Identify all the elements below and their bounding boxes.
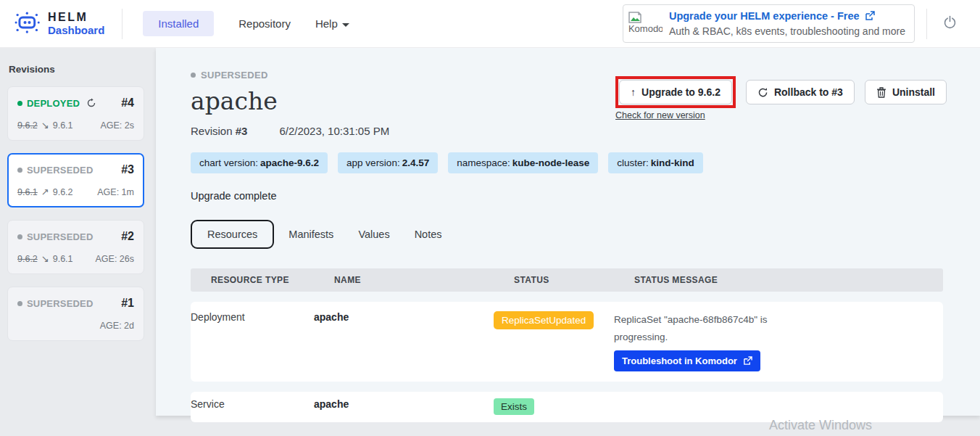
table-row: Deployment apache ReplicaSetUpdated Repl… — [191, 302, 943, 382]
tab-notes[interactable]: Notes — [415, 221, 442, 247]
activate-windows-watermark: Activate Windows — [769, 418, 872, 433]
chart-version-badge: chart version:apache-9.6.2 — [191, 152, 328, 173]
status-badge: Exists — [494, 398, 534, 415]
revision-number: #3 — [121, 163, 134, 176]
version-down-arrow-icon: ↘ — [41, 120, 49, 131]
logo-title: HELM — [48, 11, 104, 24]
status-dot — [17, 168, 22, 173]
revision-age: AGE: 2s — [100, 120, 134, 131]
status-dot — [191, 73, 196, 78]
banner-subtitle: Auth & RBAC, k8s events, troubleshooting… — [669, 24, 905, 38]
logo-subtitle: Dashboard — [48, 24, 104, 36]
revisions-sidebar: Revisions DEPLOYED #4 9.6.2 ↘ 9.6.1 AGE:… — [0, 48, 156, 436]
header-divider — [122, 9, 122, 39]
revision-card-2[interactable]: SUPERSEDED #2 9.6.2 ↘ 9.6.1 AGE: 26s — [7, 220, 144, 274]
revision-status: SUPERSEDED — [27, 231, 94, 242]
revision-number: #3 — [236, 125, 248, 137]
status-message: ReplicaSet "apache-68fb867c4b" is progre… — [614, 311, 772, 345]
nav-help[interactable]: Help — [315, 17, 349, 30]
revision-card-4[interactable]: DEPLOYED #4 9.6.2 ↘ 9.6.1 AGE: 2s — [7, 86, 144, 141]
rollback-icon — [757, 87, 768, 98]
col-name: NAME — [334, 275, 514, 285]
revision-status: SUPERSEDED — [27, 298, 94, 309]
cluster-badge: cluster:kind-kind — [608, 152, 703, 173]
old-version: 9.6.2 — [17, 120, 38, 131]
new-version: 9.6.2 — [53, 187, 73, 197]
nav-repository[interactable]: Repository — [238, 17, 291, 30]
col-status: STATUS — [514, 275, 634, 285]
broken-image-icon: Komodor — [628, 12, 663, 36]
revision-age: AGE: 2d — [100, 321, 134, 331]
col-status-message: STATUS MESSAGE — [634, 275, 943, 285]
version-down-arrow-icon: ↘ — [41, 253, 49, 264]
old-version: 9.6.1 — [17, 187, 38, 197]
release-meta-badges: chart version:apache-9.6.2 app version:2… — [191, 152, 947, 173]
shutdown-button[interactable] — [939, 11, 961, 36]
komodor-upgrade-banner[interactable]: Komodor Upgrade your HELM experience - F… — [623, 4, 915, 43]
status-badge: ReplicaSetUpdated — [494, 311, 594, 329]
resource-type-cell: Service — [191, 398, 314, 410]
tab-manifests[interactable]: Manifests — [288, 221, 333, 247]
col-resource-type: RESOURCE TYPE — [211, 275, 334, 285]
resource-type-cell: Deployment — [191, 311, 314, 323]
main-nav: Installed Repository Help — [143, 11, 349, 36]
check-new-version-link[interactable]: Check for new version — [615, 110, 736, 120]
status-dot — [17, 301, 22, 306]
resource-name-cell: apache — [314, 311, 494, 323]
release-detail-panel: SUPERSEDED apache Revision #3 6/2/2023, … — [156, 48, 980, 416]
table-header: RESOURCE TYPE NAME STATUS STATUS MESSAGE — [191, 268, 943, 292]
external-link-icon — [865, 11, 875, 21]
release-actions: ↑ Upgrade to 9.6.2 Check for new version… — [615, 76, 947, 120]
app-version-badge: app version:2.4.57 — [338, 152, 438, 173]
release-status-label: SUPERSEDED — [201, 70, 268, 81]
power-icon — [943, 15, 957, 29]
revision-number: #2 — [121, 230, 134, 243]
namespace-badge: namespace:kube-node-lease — [448, 152, 598, 173]
nav-installed[interactable]: Installed — [143, 11, 214, 36]
helm-logo-icon — [14, 11, 41, 37]
arrow-up-icon: ↑ — [631, 86, 636, 98]
refresh-icon — [86, 98, 96, 108]
revision-status: SUPERSEDED — [27, 165, 94, 176]
revision-card-1[interactable]: SUPERSEDED #1 AGE: 2d — [7, 287, 144, 341]
revision-number: #1 — [121, 297, 134, 310]
rollback-button[interactable]: Rollback to #3 — [746, 80, 855, 104]
status-dot — [17, 101, 22, 106]
red-highlight-annotation: ↑ Upgrade to 9.6.2 — [615, 76, 736, 108]
external-link-icon — [743, 356, 752, 366]
new-version: 9.6.1 — [53, 120, 73, 131]
revision-age: AGE: 1m — [97, 187, 134, 197]
version-up-arrow-icon: ↗ — [41, 186, 49, 197]
revisions-title: Revisions — [9, 64, 144, 75]
chevron-down-icon — [342, 23, 349, 27]
resources-table: RESOURCE TYPE NAME STATUS STATUS MESSAGE… — [191, 268, 943, 422]
banner-title: Upgrade your HELM experience - Free — [669, 9, 860, 24]
revision-status: DEPLOYED — [27, 98, 80, 109]
banner-image-alt-text: Komodor — [628, 23, 663, 36]
old-version: 9.6.2 — [17, 254, 38, 264]
revision-date: 6/2/2023, 10:31:05 PM — [279, 125, 389, 137]
top-header: HELM Dashboard Installed Repository Help… — [0, 0, 980, 48]
revision-card-3[interactable]: SUPERSEDED #3 9.6.1 ↗ 9.6.2 AGE: 1m — [7, 153, 144, 207]
resource-name-cell: apache — [314, 398, 494, 410]
release-status-text: Upgrade complete — [191, 190, 947, 202]
troubleshoot-komodor-button[interactable]: Troubleshoot in Komodor — [614, 350, 760, 371]
uninstall-button[interactable]: Uninstall — [865, 80, 947, 104]
detail-tabs: Resources Manifests Values Notes — [191, 220, 947, 249]
upgrade-button[interactable]: ↑ Upgrade to 9.6.2 — [619, 80, 732, 104]
header-divider-2 — [926, 9, 927, 39]
status-dot — [17, 234, 22, 239]
tab-resources[interactable]: Resources — [191, 220, 274, 249]
new-version: 9.6.1 — [53, 254, 73, 264]
revision-age: AGE: 26s — [96, 254, 135, 264]
helm-dashboard-logo[interactable]: HELM Dashboard — [14, 11, 104, 37]
revision-label: Revision #3 — [191, 125, 247, 137]
revision-number: #4 — [121, 96, 134, 110]
trash-icon — [876, 87, 886, 98]
tab-values[interactable]: Values — [358, 221, 389, 247]
